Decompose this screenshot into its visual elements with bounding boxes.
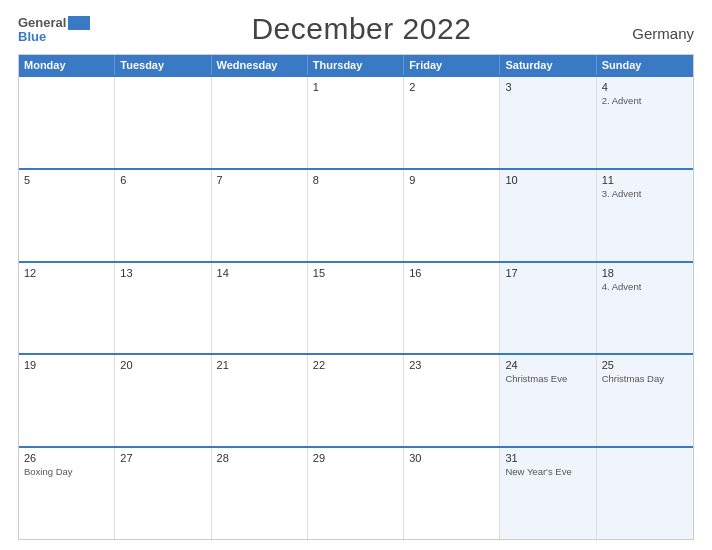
cell-w2-d7: 113. Advent bbox=[597, 170, 693, 261]
cell-w2-d3: 7 bbox=[212, 170, 308, 261]
month-title: December 2022 bbox=[251, 12, 471, 46]
day-number: 9 bbox=[409, 174, 494, 186]
day-number: 13 bbox=[120, 267, 205, 279]
day-number: 26 bbox=[24, 452, 109, 464]
cell-w1-d6: 3 bbox=[500, 77, 596, 168]
cell-w5-d5: 30 bbox=[404, 448, 500, 539]
day-number: 3 bbox=[505, 81, 590, 93]
day-number: 2 bbox=[409, 81, 494, 93]
day-event: Christmas Eve bbox=[505, 373, 590, 385]
cell-w2-d2: 6 bbox=[115, 170, 211, 261]
cell-w3-d2: 13 bbox=[115, 263, 211, 354]
day-event: Boxing Day bbox=[24, 466, 109, 478]
cell-w1-d2 bbox=[115, 77, 211, 168]
header-friday: Friday bbox=[404, 55, 500, 75]
day-number: 1 bbox=[313, 81, 398, 93]
country-label: Germany bbox=[632, 25, 694, 46]
day-number: 24 bbox=[505, 359, 590, 371]
cell-w4-d3: 21 bbox=[212, 355, 308, 446]
logo-flag-icon bbox=[68, 16, 90, 30]
cell-w3-d1: 12 bbox=[19, 263, 115, 354]
cell-w3-d4: 15 bbox=[308, 263, 404, 354]
cell-w2-d5: 9 bbox=[404, 170, 500, 261]
cell-w2-d1: 5 bbox=[19, 170, 115, 261]
day-number: 19 bbox=[24, 359, 109, 371]
day-number: 15 bbox=[313, 267, 398, 279]
cell-w5-d6: 31New Year's Eve bbox=[500, 448, 596, 539]
cell-w1-d3 bbox=[212, 77, 308, 168]
day-number: 16 bbox=[409, 267, 494, 279]
logo-blue-text: Blue bbox=[18, 30, 46, 43]
day-number: 22 bbox=[313, 359, 398, 371]
calendar-body: 12342. Advent5678910113. Advent121314151… bbox=[19, 75, 693, 539]
day-number: 10 bbox=[505, 174, 590, 186]
header-monday: Monday bbox=[19, 55, 115, 75]
day-event: New Year's Eve bbox=[505, 466, 590, 478]
cell-w3-d6: 17 bbox=[500, 263, 596, 354]
header-wednesday: Wednesday bbox=[212, 55, 308, 75]
cell-w4-d1: 19 bbox=[19, 355, 115, 446]
week-3: 121314151617184. Advent bbox=[19, 261, 693, 354]
cell-w4-d6: 24Christmas Eve bbox=[500, 355, 596, 446]
week-4: 192021222324Christmas Eve25Christmas Day bbox=[19, 353, 693, 446]
header-tuesday: Tuesday bbox=[115, 55, 211, 75]
cell-w1-d5: 2 bbox=[404, 77, 500, 168]
calendar: Monday Tuesday Wednesday Thursday Friday… bbox=[18, 54, 694, 540]
day-event: 2. Advent bbox=[602, 95, 688, 107]
day-number: 4 bbox=[602, 81, 688, 93]
logo: General Blue bbox=[18, 16, 90, 43]
cell-w5-d1: 26Boxing Day bbox=[19, 448, 115, 539]
day-number: 18 bbox=[602, 267, 688, 279]
calendar-header: Monday Tuesday Wednesday Thursday Friday… bbox=[19, 55, 693, 75]
cell-w1-d4: 1 bbox=[308, 77, 404, 168]
week-2: 5678910113. Advent bbox=[19, 168, 693, 261]
day-event: Christmas Day bbox=[602, 373, 688, 385]
day-number: 23 bbox=[409, 359, 494, 371]
day-number: 7 bbox=[217, 174, 302, 186]
cell-w4-d2: 20 bbox=[115, 355, 211, 446]
calendar-page: General Blue December 2022 Germany Monda… bbox=[0, 0, 712, 550]
day-number: 11 bbox=[602, 174, 688, 186]
cell-w3-d5: 16 bbox=[404, 263, 500, 354]
cell-w5-d4: 29 bbox=[308, 448, 404, 539]
week-5: 26Boxing Day2728293031New Year's Eve bbox=[19, 446, 693, 539]
cell-w4-d5: 23 bbox=[404, 355, 500, 446]
cell-w5-d3: 28 bbox=[212, 448, 308, 539]
header-thursday: Thursday bbox=[308, 55, 404, 75]
day-number: 14 bbox=[217, 267, 302, 279]
day-number: 30 bbox=[409, 452, 494, 464]
cell-w5-d2: 27 bbox=[115, 448, 211, 539]
cell-w1-d1 bbox=[19, 77, 115, 168]
header: General Blue December 2022 Germany bbox=[18, 12, 694, 46]
cell-w3-d7: 184. Advent bbox=[597, 263, 693, 354]
header-sunday: Sunday bbox=[597, 55, 693, 75]
header-saturday: Saturday bbox=[500, 55, 596, 75]
day-event: 4. Advent bbox=[602, 281, 688, 293]
day-number: 31 bbox=[505, 452, 590, 464]
cell-w2-d4: 8 bbox=[308, 170, 404, 261]
day-number: 27 bbox=[120, 452, 205, 464]
week-1: 12342. Advent bbox=[19, 75, 693, 168]
cell-w2-d6: 10 bbox=[500, 170, 596, 261]
day-number: 28 bbox=[217, 452, 302, 464]
cell-w4-d4: 22 bbox=[308, 355, 404, 446]
cell-w5-d7 bbox=[597, 448, 693, 539]
day-number: 25 bbox=[602, 359, 688, 371]
day-number: 20 bbox=[120, 359, 205, 371]
day-number: 6 bbox=[120, 174, 205, 186]
day-number: 29 bbox=[313, 452, 398, 464]
cell-w4-d7: 25Christmas Day bbox=[597, 355, 693, 446]
cell-w1-d7: 42. Advent bbox=[597, 77, 693, 168]
day-number: 12 bbox=[24, 267, 109, 279]
logo-general-text: General bbox=[18, 16, 66, 29]
cell-w3-d3: 14 bbox=[212, 263, 308, 354]
day-event: 3. Advent bbox=[602, 188, 688, 200]
day-number: 21 bbox=[217, 359, 302, 371]
day-number: 5 bbox=[24, 174, 109, 186]
day-number: 8 bbox=[313, 174, 398, 186]
day-number: 17 bbox=[505, 267, 590, 279]
